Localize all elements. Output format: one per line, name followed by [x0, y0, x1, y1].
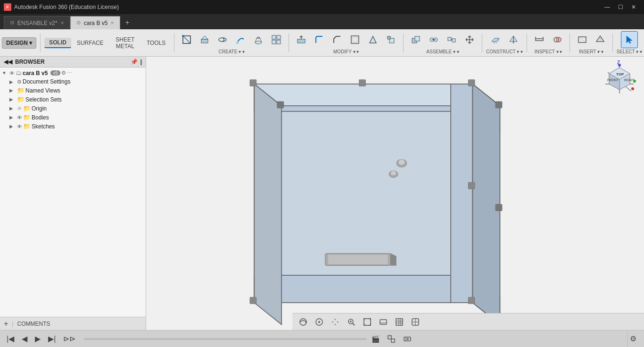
inspect-group: INSPECT ▾	[531, 31, 566, 54]
extrude-tool[interactable]	[196, 31, 213, 48]
toolbar-tab-tools[interactable]: TOOLS	[142, 38, 170, 48]
close-button[interactable]: ✕	[627, 2, 640, 12]
assemble-group-label[interactable]: ASSEMBLE ▾	[426, 49, 459, 54]
chamfer-tool[interactable]	[329, 31, 346, 48]
draft-tool[interactable]	[364, 31, 381, 48]
svg-rect-75	[495, 204, 502, 211]
tab-ensanble[interactable]: ⚙ ENSANBLE v2* ✕	[4, 16, 70, 29]
expand-named-views[interactable]: ▶	[9, 88, 16, 93]
viewport[interactable]: Z TOP RIGHT FRONT	[146, 57, 644, 330]
zoom-tool[interactable]	[344, 316, 358, 328]
plane-angle-tool[interactable]	[505, 31, 522, 48]
tree-item-doc-settings[interactable]: ▶ ⚙ Document Settings	[0, 77, 146, 86]
toolbar-divider-1	[40, 34, 41, 52]
expand-root[interactable]: ▼	[2, 70, 8, 76]
tree-item-root[interactable]: ▼ 👁 🗂 cara B v5 v5 ⚙ ⋯	[0, 68, 146, 77]
tree-item-named-views[interactable]: ▶ 📁 Named Views	[0, 86, 146, 95]
attach-canvas-tool[interactable]	[574, 31, 591, 48]
svg-rect-93	[396, 319, 403, 325]
timeline-bar[interactable]	[84, 338, 367, 340]
browser-pin[interactable]: 📌	[131, 59, 138, 65]
toolbar-tab-solid[interactable]: SOLID	[44, 38, 71, 48]
inspect-group-label[interactable]: INSPECT ▾	[535, 49, 562, 54]
folder-sketches: 📁	[23, 123, 31, 130]
pan-tool[interactable]	[328, 316, 342, 328]
tab-close-cara[interactable]: ✕	[110, 20, 114, 25]
tab-cara[interactable]: ⚙ cara B v5 ✕	[70, 16, 121, 29]
svg-point-5	[219, 38, 226, 42]
tree-item-selection-sets[interactable]: ▶ 📁 Selection Sets	[0, 95, 146, 104]
fillet-tool[interactable]	[311, 31, 328, 48]
orbit-tool[interactable]	[296, 316, 310, 328]
eye-sketches[interactable]: 👁	[17, 124, 22, 129]
folder-selection-sets: 📁	[17, 96, 25, 103]
insert-mesh-tool[interactable]	[592, 31, 609, 48]
viewcube-toggle-tool[interactable]	[408, 316, 422, 328]
create-group-label[interactable]: CREATE ▾	[219, 49, 245, 54]
comments-label: COMMENTS	[17, 321, 50, 327]
tree-item-sketches[interactable]: ▶ 👁 📁 Sketches	[0, 122, 146, 131]
more-create-tool[interactable]	[268, 31, 285, 48]
expand-sketches[interactable]: ▶	[9, 124, 16, 129]
play-button[interactable]: ▶	[32, 333, 43, 345]
sweep-tool[interactable]	[232, 31, 249, 48]
look-at-tool[interactable]	[312, 316, 326, 328]
bodies-label: Bodies	[32, 114, 49, 121]
root-gear[interactable]: ⚙	[61, 70, 66, 76]
loft-tool[interactable]	[250, 31, 267, 48]
design-dropdown[interactable]: DESIGN ▾	[2, 37, 36, 49]
timeline-animation-button[interactable]: 🎬	[369, 334, 382, 344]
select-group-label[interactable]: SELECT ▾	[617, 49, 642, 54]
browser-collapse[interactable]: |	[140, 59, 142, 65]
next-button[interactable]: ▶|	[45, 333, 58, 345]
prev-button[interactable]: ◀	[19, 333, 30, 345]
svg-line-1	[183, 36, 190, 43]
offset-plane-tool[interactable]	[487, 31, 504, 48]
joint-tool[interactable]	[425, 31, 442, 48]
minimize-button[interactable]: —	[601, 2, 614, 12]
fit-screen-tool[interactable]	[360, 316, 374, 328]
measure-tool[interactable]	[531, 31, 548, 48]
eye-bodies[interactable]: 👁	[17, 115, 22, 120]
eye-root[interactable]: 👁	[9, 70, 15, 76]
grid-tool[interactable]	[392, 316, 406, 328]
select-tool[interactable]	[621, 31, 638, 48]
eye-origin[interactable]: 👁	[17, 106, 22, 111]
expand-doc-settings[interactable]: ▶	[9, 79, 16, 85]
tab-close-ensanble[interactable]: ✕	[60, 20, 64, 25]
svg-rect-68	[468, 80, 475, 86]
svg-rect-20	[388, 36, 390, 39]
press-pull-tool[interactable]	[293, 31, 310, 48]
browser-collapse-left[interactable]: ◀◀	[4, 59, 12, 65]
create-sketch-tool[interactable]	[178, 31, 195, 48]
anim-icon2[interactable]	[400, 333, 414, 345]
skip-start-button[interactable]: |◀	[4, 333, 17, 345]
tab-label-ensanble: ENSANBLE v2*	[17, 20, 58, 26]
root-options[interactable]: ⋯	[67, 70, 72, 76]
tree-item-origin[interactable]: ▶ 👁 📁 Origin	[0, 104, 146, 113]
toolbar-tabs: SOLID SURFACE SHEET METAL TOOLS	[44, 35, 170, 51]
expand-bodies[interactable]: ▶	[9, 115, 16, 120]
comments-plus[interactable]: +	[4, 320, 8, 328]
rigid-group-tool[interactable]	[443, 31, 460, 48]
display-settings-tool[interactable]	[376, 316, 390, 328]
move-tool[interactable]	[461, 31, 478, 48]
scale-tool[interactable]	[382, 31, 399, 48]
toolbar-tab-surface[interactable]: SURFACE	[72, 38, 108, 48]
expand-origin[interactable]: ▶	[9, 106, 16, 111]
toolbar-tab-sheetmetal[interactable]: SHEET METAL	[109, 35, 141, 51]
insert-group-label[interactable]: INSERT ▾	[579, 49, 603, 54]
maximize-button[interactable]: ☐	[614, 2, 627, 12]
revolve-tool[interactable]	[214, 31, 231, 48]
modify-group-label[interactable]: MODIFY ▾	[333, 49, 359, 54]
new-tab-button[interactable]: +	[120, 16, 134, 29]
shell-tool[interactable]	[347, 31, 363, 48]
new-component-tool[interactable]	[407, 31, 424, 48]
frame-icon[interactable]	[384, 333, 398, 345]
construct-group-label[interactable]: CONSTRUCT ▾	[486, 49, 523, 54]
skip-end-button[interactable]: ⊳⊳	[60, 333, 78, 345]
interference-tool[interactable]	[549, 31, 566, 48]
settings-button[interactable]: ⚙	[627, 330, 644, 347]
tree-item-bodies[interactable]: ▶ 👁 📁 Bodies	[0, 113, 146, 122]
expand-selection-sets[interactable]: ▶	[9, 97, 16, 102]
